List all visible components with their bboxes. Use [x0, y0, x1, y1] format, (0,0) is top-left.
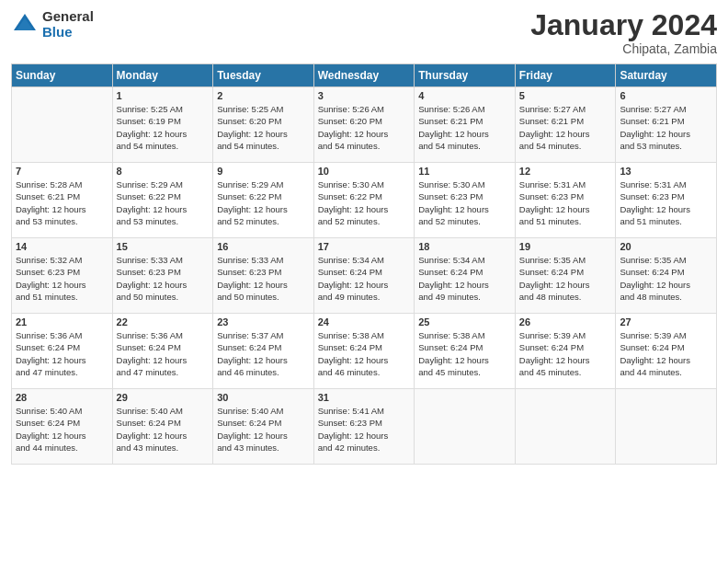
- day-cell: 2Sunrise: 5:25 AM Sunset: 6:20 PM Daylig…: [213, 87, 314, 163]
- day-info: Sunrise: 5:33 AM Sunset: 6:23 PM Dayligh…: [217, 254, 310, 303]
- day-number: 9: [217, 166, 310, 177]
- day-cell: [515, 389, 616, 465]
- day-info: Sunrise: 5:32 AM Sunset: 6:23 PM Dayligh…: [16, 254, 108, 303]
- day-number: 14: [16, 241, 108, 252]
- week-row-4: 21Sunrise: 5:36 AM Sunset: 6:24 PM Dayli…: [12, 314, 717, 389]
- day-cell: 12Sunrise: 5:31 AM Sunset: 6:23 PM Dayli…: [515, 163, 616, 238]
- day-cell: 25Sunrise: 5:38 AM Sunset: 6:24 PM Dayli…: [415, 314, 516, 389]
- day-number: 17: [318, 241, 411, 252]
- day-info: Sunrise: 5:39 AM Sunset: 6:24 PM Dayligh…: [620, 329, 712, 378]
- day-cell: 20Sunrise: 5:35 AM Sunset: 6:24 PM Dayli…: [616, 238, 717, 314]
- day-info: Sunrise: 5:31 AM Sunset: 6:23 PM Dayligh…: [620, 178, 712, 227]
- day-cell: 31Sunrise: 5:41 AM Sunset: 6:23 PM Dayli…: [313, 389, 415, 465]
- day-info: Sunrise: 5:25 AM Sunset: 6:19 PM Dayligh…: [117, 103, 210, 152]
- day-number: 20: [620, 241, 712, 252]
- day-info: Sunrise: 5:39 AM Sunset: 6:24 PM Dayligh…: [519, 329, 612, 378]
- day-info: Sunrise: 5:41 AM Sunset: 6:23 PM Dayligh…: [318, 405, 411, 454]
- day-number: 31: [318, 392, 411, 403]
- day-cell: 17Sunrise: 5:34 AM Sunset: 6:24 PM Dayli…: [313, 238, 415, 314]
- header: General Blue January 2024 Chipata, Zambi…: [11, 9, 717, 56]
- day-number: 16: [217, 241, 310, 252]
- day-number: 6: [620, 90, 712, 101]
- day-number: 12: [519, 166, 612, 177]
- week-row-2: 7Sunrise: 5:28 AM Sunset: 6:21 PM Daylig…: [12, 163, 717, 238]
- col-thursday: Thursday: [415, 64, 516, 87]
- day-info: Sunrise: 5:38 AM Sunset: 6:24 PM Dayligh…: [418, 329, 511, 378]
- day-info: Sunrise: 5:30 AM Sunset: 6:23 PM Dayligh…: [418, 178, 511, 227]
- logo-general: General: [42, 9, 94, 25]
- header-row: Sunday Monday Tuesday Wednesday Thursday…: [12, 64, 717, 87]
- day-info: Sunrise: 5:25 AM Sunset: 6:20 PM Dayligh…: [217, 103, 310, 152]
- day-number: 2: [217, 90, 310, 101]
- day-cell: 8Sunrise: 5:29 AM Sunset: 6:22 PM Daylig…: [112, 163, 213, 238]
- week-row-5: 28Sunrise: 5:40 AM Sunset: 6:24 PM Dayli…: [12, 389, 717, 465]
- day-cell: 5Sunrise: 5:27 AM Sunset: 6:21 PM Daylig…: [515, 87, 616, 163]
- day-number: 8: [117, 166, 210, 177]
- day-number: 15: [117, 241, 210, 252]
- day-info: Sunrise: 5:27 AM Sunset: 6:21 PM Dayligh…: [519, 103, 612, 152]
- location-subtitle: Chipata, Zambia: [530, 41, 717, 56]
- day-info: Sunrise: 5:26 AM Sunset: 6:21 PM Dayligh…: [418, 103, 511, 152]
- day-info: Sunrise: 5:26 AM Sunset: 6:20 PM Dayligh…: [318, 103, 411, 152]
- logo-blue: Blue: [42, 25, 94, 40]
- col-saturday: Saturday: [616, 64, 717, 87]
- day-cell: 7Sunrise: 5:28 AM Sunset: 6:21 PM Daylig…: [12, 163, 113, 238]
- day-cell: 28Sunrise: 5:40 AM Sunset: 6:24 PM Dayli…: [12, 389, 113, 465]
- day-cell: 19Sunrise: 5:35 AM Sunset: 6:24 PM Dayli…: [515, 238, 616, 314]
- day-cell: 3Sunrise: 5:26 AM Sunset: 6:20 PM Daylig…: [313, 87, 415, 163]
- col-friday: Friday: [515, 64, 616, 87]
- day-cell: [12, 87, 113, 163]
- title-area: January 2024 Chipata, Zambia: [530, 9, 717, 56]
- day-info: Sunrise: 5:40 AM Sunset: 6:24 PM Dayligh…: [16, 405, 108, 454]
- day-cell: 26Sunrise: 5:39 AM Sunset: 6:24 PM Dayli…: [515, 314, 616, 389]
- day-cell: 22Sunrise: 5:36 AM Sunset: 6:24 PM Dayli…: [112, 314, 213, 389]
- col-sunday: Sunday: [12, 64, 113, 87]
- day-number: 21: [16, 316, 108, 327]
- day-info: Sunrise: 5:34 AM Sunset: 6:24 PM Dayligh…: [418, 254, 511, 303]
- day-number: 25: [418, 316, 511, 327]
- day-info: Sunrise: 5:35 AM Sunset: 6:24 PM Dayligh…: [620, 254, 712, 303]
- day-cell: 29Sunrise: 5:40 AM Sunset: 6:24 PM Dayli…: [112, 389, 213, 465]
- day-info: Sunrise: 5:34 AM Sunset: 6:24 PM Dayligh…: [318, 254, 411, 303]
- day-number: 23: [217, 316, 310, 327]
- day-info: Sunrise: 5:29 AM Sunset: 6:22 PM Dayligh…: [117, 178, 210, 227]
- day-number: 30: [217, 392, 310, 403]
- day-number: 7: [16, 166, 108, 177]
- week-row-3: 14Sunrise: 5:32 AM Sunset: 6:23 PM Dayli…: [12, 238, 717, 314]
- day-cell: 11Sunrise: 5:30 AM Sunset: 6:23 PM Dayli…: [415, 163, 516, 238]
- week-row-1: 1Sunrise: 5:25 AM Sunset: 6:19 PM Daylig…: [12, 87, 717, 163]
- day-cell: 18Sunrise: 5:34 AM Sunset: 6:24 PM Dayli…: [415, 238, 516, 314]
- day-number: 3: [318, 90, 411, 101]
- page-container: General Blue January 2024 Chipata, Zambi…: [0, 0, 728, 563]
- day-number: 1: [117, 90, 210, 101]
- day-info: Sunrise: 5:36 AM Sunset: 6:24 PM Dayligh…: [16, 329, 108, 378]
- day-info: Sunrise: 5:28 AM Sunset: 6:21 PM Dayligh…: [16, 178, 108, 227]
- day-cell: 13Sunrise: 5:31 AM Sunset: 6:23 PM Dayli…: [616, 163, 717, 238]
- month-title: January 2024: [530, 9, 717, 41]
- calendar-table: Sunday Monday Tuesday Wednesday Thursday…: [11, 63, 717, 465]
- col-wednesday: Wednesday: [313, 64, 415, 87]
- day-info: Sunrise: 5:37 AM Sunset: 6:24 PM Dayligh…: [217, 329, 310, 378]
- day-number: 18: [418, 241, 511, 252]
- logo-icon: [11, 11, 39, 39]
- logo: General Blue: [11, 9, 94, 40]
- day-cell: 4Sunrise: 5:26 AM Sunset: 6:21 PM Daylig…: [415, 87, 516, 163]
- day-info: Sunrise: 5:38 AM Sunset: 6:24 PM Dayligh…: [318, 329, 411, 378]
- day-info: Sunrise: 5:29 AM Sunset: 6:22 PM Dayligh…: [217, 178, 310, 227]
- day-cell: 27Sunrise: 5:39 AM Sunset: 6:24 PM Dayli…: [616, 314, 717, 389]
- col-tuesday: Tuesday: [213, 64, 314, 87]
- day-cell: 24Sunrise: 5:38 AM Sunset: 6:24 PM Dayli…: [313, 314, 415, 389]
- day-number: 27: [620, 316, 712, 327]
- day-cell: [415, 389, 516, 465]
- day-number: 28: [16, 392, 108, 403]
- day-cell: 10Sunrise: 5:30 AM Sunset: 6:22 PM Dayli…: [313, 163, 415, 238]
- day-cell: 6Sunrise: 5:27 AM Sunset: 6:21 PM Daylig…: [616, 87, 717, 163]
- day-number: 11: [418, 166, 511, 177]
- day-info: Sunrise: 5:31 AM Sunset: 6:23 PM Dayligh…: [519, 178, 612, 227]
- day-number: 19: [519, 241, 612, 252]
- day-info: Sunrise: 5:33 AM Sunset: 6:23 PM Dayligh…: [117, 254, 210, 303]
- day-cell: 15Sunrise: 5:33 AM Sunset: 6:23 PM Dayli…: [112, 238, 213, 314]
- day-cell: 21Sunrise: 5:36 AM Sunset: 6:24 PM Dayli…: [12, 314, 113, 389]
- day-number: 4: [418, 90, 511, 101]
- day-cell: 16Sunrise: 5:33 AM Sunset: 6:23 PM Dayli…: [213, 238, 314, 314]
